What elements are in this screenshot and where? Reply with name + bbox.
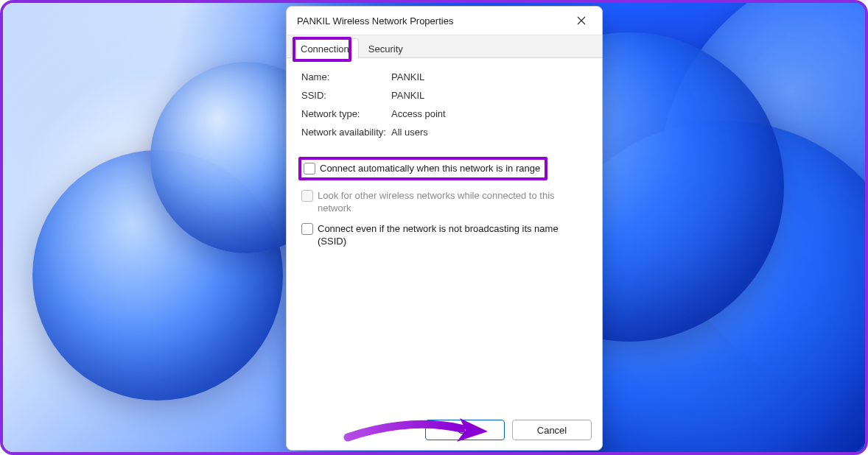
checkbox-broadcast[interactable] xyxy=(301,223,313,235)
highlight-auto-connect: Connect automatically when this network … xyxy=(298,157,547,180)
checkbox-auto-connect[interactable] xyxy=(304,163,315,174)
label-broadcast: Connect even if the network is not broad… xyxy=(318,222,587,248)
dialog-footer: OK Cancel xyxy=(287,410,602,450)
label-auto-connect: Connect automatically when this network … xyxy=(320,162,540,175)
checkbox-row-broadcast[interactable]: Connect even if the network is not broad… xyxy=(301,222,587,248)
tab-connection[interactable]: Connection xyxy=(291,38,359,58)
titlebar: PANKIL Wireless Network Properties xyxy=(287,7,602,35)
properties-grid: Name: PANKIL SSID: PANKIL Network type: … xyxy=(301,71,587,138)
label-ssid: SSID: xyxy=(301,90,391,101)
value-name: PANKIL xyxy=(391,71,587,82)
close-icon xyxy=(577,16,586,25)
checkbox-look-other xyxy=(301,190,313,202)
tab-security[interactable]: Security xyxy=(359,38,413,58)
value-network-type: Access point xyxy=(391,108,587,119)
label-name: Name: xyxy=(301,71,391,82)
label-network-availability: Network availability: xyxy=(301,127,391,138)
label-look-other: Look for other wireless networks while c… xyxy=(318,189,587,215)
tab-content: Name: PANKIL SSID: PANKIL Network type: … xyxy=(287,58,602,410)
tab-row: Connection Security xyxy=(287,35,602,58)
label-network-type: Network type: xyxy=(301,108,391,119)
close-button[interactable] xyxy=(565,10,598,32)
value-network-availability: All users xyxy=(391,127,587,138)
ok-button[interactable]: OK xyxy=(425,420,505,440)
checkbox-row-look-other: Look for other wireless networks while c… xyxy=(301,189,587,215)
window-title: PANKIL Wireless Network Properties xyxy=(297,15,565,27)
value-ssid: PANKIL xyxy=(391,90,587,101)
cancel-button[interactable]: Cancel xyxy=(512,420,592,440)
wireless-properties-dialog: PANKIL Wireless Network Properties Conne… xyxy=(286,6,603,451)
checkbox-row-auto-connect[interactable]: Connect automatically when this network … xyxy=(304,162,540,175)
